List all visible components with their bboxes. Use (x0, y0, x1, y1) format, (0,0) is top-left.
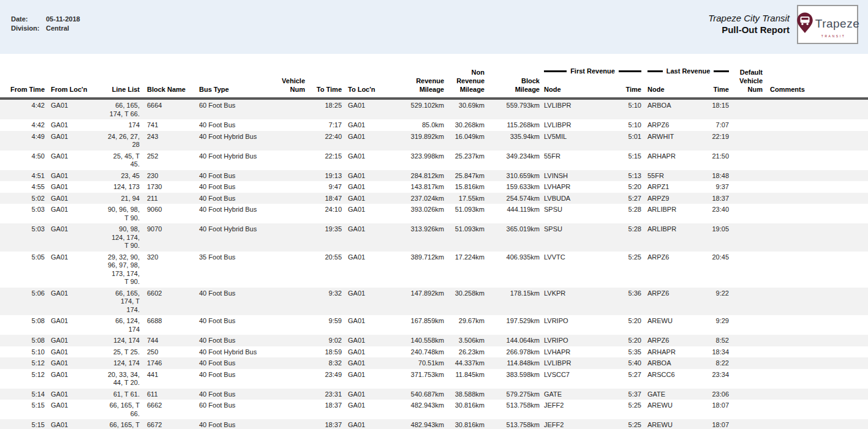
vehicle-num-cell (279, 315, 306, 335)
default-vehicle-num-cell (730, 389, 764, 400)
group-rule-left (544, 70, 567, 72)
non-revenue-mileage-cell: 44.337km (445, 357, 486, 369)
last-revenue-time-cell: 23:06 (709, 389, 730, 400)
default-vehicle-num-cell (730, 204, 764, 223)
pull-out-report-table: From Time From Loc'n Line List Block Nam… (0, 58, 868, 429)
col-header-last-revenue-time: Time (709, 85, 730, 99)
bus-pin-icon (796, 12, 814, 36)
last-revenue-node-cell: ARPZ6 (643, 252, 709, 288)
last-revenue-node-cell: AREWU (643, 419, 709, 429)
to-locn-cell: GA01 (343, 119, 391, 131)
last-revenue-time-cell: 9:37 (709, 181, 730, 193)
line-list-cell: 25, T 25. (106, 346, 141, 358)
first-revenue-time-cell: 5:20 (619, 335, 643, 346)
from-locn-cell: GA01 (46, 119, 106, 131)
revenue-mileage-cell: 323.998km (391, 151, 445, 170)
group-rule-left (647, 70, 663, 72)
table-row: 5:06GA0166, 165, 174, T 174.660240 Foot … (0, 288, 868, 316)
to-locn-cell: GA01 (343, 400, 391, 419)
revenue-mileage-cell: 529.102km (391, 99, 445, 119)
to-locn-cell: GA01 (343, 99, 391, 119)
bus-type-cell: 40 Foot Hybrid Bus (198, 346, 279, 358)
last-revenue-time-cell: 18:07 (709, 419, 730, 429)
revenue-mileage-cell: 167.859km (391, 315, 445, 335)
table-row: 5:03GA0190, 98, 124, 174, T 90.907040 Fo… (0, 223, 868, 252)
block-name-cell: 6602 (141, 288, 198, 316)
first-revenue-time-cell: 5:10 (619, 99, 643, 119)
to-time-cell: 18:47 (306, 193, 343, 204)
revenue-mileage-cell: 143.817km (391, 181, 445, 193)
vehicle-num-cell (279, 357, 306, 369)
last-revenue-node-cell: GATE (643, 389, 709, 400)
non-revenue-mileage-cell: 51.093km (445, 223, 486, 252)
logo-brand-text: Trapeze (815, 17, 860, 31)
comments-cell (764, 252, 868, 288)
to-time-cell: 19:13 (306, 170, 343, 182)
line-list-cell: 124, 174 (106, 335, 141, 346)
bus-type-cell: 40 Foot Bus (198, 315, 279, 335)
first-revenue-node-cell: LVSCC7 (541, 369, 619, 389)
to-time-cell: 9:47 (306, 181, 343, 193)
line-list-cell: 124, 174 (106, 357, 141, 369)
block-mileage-cell: 254.574km (486, 193, 541, 204)
col-header-revenue-mileage: Revenue Mileage (391, 58, 445, 99)
revenue-mileage-cell: 284.812km (391, 170, 445, 182)
bus-type-cell: 60 Foot Bus (198, 99, 279, 119)
vehicle-num-cell (279, 389, 306, 400)
non-revenue-mileage-cell: 17.55km (445, 193, 486, 204)
table-row: 4:42GA0166, 165, 174, T 66.666460 Foot B… (0, 99, 868, 119)
default-vehicle-num-cell (730, 346, 764, 358)
last-revenue-node-cell: ARBOA (643, 99, 709, 119)
last-revenue-time-cell: 9:22 (709, 288, 730, 316)
table-row: 5:12GA0120, 33, 34, 44, T 20.44140 Foot … (0, 369, 868, 389)
table-row: 4:51GA0123, 4523040 Foot Bus19:13GA01284… (0, 170, 868, 182)
revenue-mileage-cell: 313.926km (391, 223, 445, 252)
non-revenue-mileage-cell: 38.588km (445, 389, 486, 400)
block-mileage-cell: 444.119km (486, 204, 541, 223)
from-time-cell: 5:03 (0, 204, 46, 223)
table-row: 4:42GA0117474140 Foot Bus7:17GA0185.0km3… (0, 119, 868, 131)
block-mileage-cell: 197.529km (486, 315, 541, 335)
from-time-cell: 5:06 (0, 288, 46, 316)
vehicle-num-cell (279, 369, 306, 389)
block-mileage-cell: 266.978km (486, 346, 541, 358)
revenue-mileage-cell: 237.024km (391, 193, 445, 204)
to-locn-cell: GA01 (343, 204, 391, 223)
bus-type-cell: 40 Foot Bus (198, 170, 279, 182)
first-revenue-time-cell: 5:36 (619, 288, 643, 316)
bus-type-cell: 40 Foot Bus (198, 193, 279, 204)
line-list-cell: 24, 26, 27, 28 (106, 131, 141, 151)
comments-cell (764, 131, 868, 151)
report-company-title: Trapeze City Transit (708, 12, 790, 24)
non-revenue-mileage-cell: 29.67km (445, 315, 486, 335)
from-time-cell: 5:14 (0, 389, 46, 400)
vehicle-num-cell (279, 131, 306, 151)
first-revenue-time-cell: 5:28 (619, 204, 643, 223)
page-title: Pull-Out Report (708, 24, 790, 35)
to-locn-cell: GA01 (343, 369, 391, 389)
first-revenue-node-cell: LVVTC (541, 252, 619, 288)
last-revenue-time-cell: 8:52 (709, 335, 730, 346)
default-vehicle-num-cell (730, 151, 764, 170)
first-revenue-node-cell: LVHAPR (541, 346, 619, 358)
to-time-cell: 20:55 (306, 252, 343, 288)
line-list-cell: 29, 32, 90, 96, 97, 98, 173, 174, T 90. (106, 252, 141, 288)
non-revenue-mileage-cell: 25.237km (445, 151, 486, 170)
block-name-cell: 441 (141, 369, 198, 389)
table-row: 4:55GA01124, 173173040 Foot Bus9:47GA011… (0, 181, 868, 193)
to-locn-cell: GA01 (343, 315, 391, 335)
bus-type-cell: 40 Foot Bus (198, 288, 279, 316)
block-mileage-cell: 115.268km (486, 119, 541, 131)
to-time-cell: 23:31 (306, 389, 343, 400)
line-list-cell: 90, 98, 124, 174, T 90. (106, 223, 141, 252)
comments-cell (764, 204, 868, 223)
from-locn-cell: GA01 (46, 151, 106, 170)
last-revenue-time-cell: 23:40 (709, 204, 730, 223)
last-revenue-time-cell: 21:50 (709, 151, 730, 170)
block-name-cell: 6672 (141, 419, 198, 429)
non-revenue-mileage-cell: 11.845km (445, 369, 486, 389)
to-time-cell: 7:17 (306, 119, 343, 131)
first-revenue-time-cell: 5:25 (619, 252, 643, 288)
last-revenue-time-cell: 18:48 (709, 170, 730, 182)
to-time-cell: 18:37 (306, 419, 343, 429)
